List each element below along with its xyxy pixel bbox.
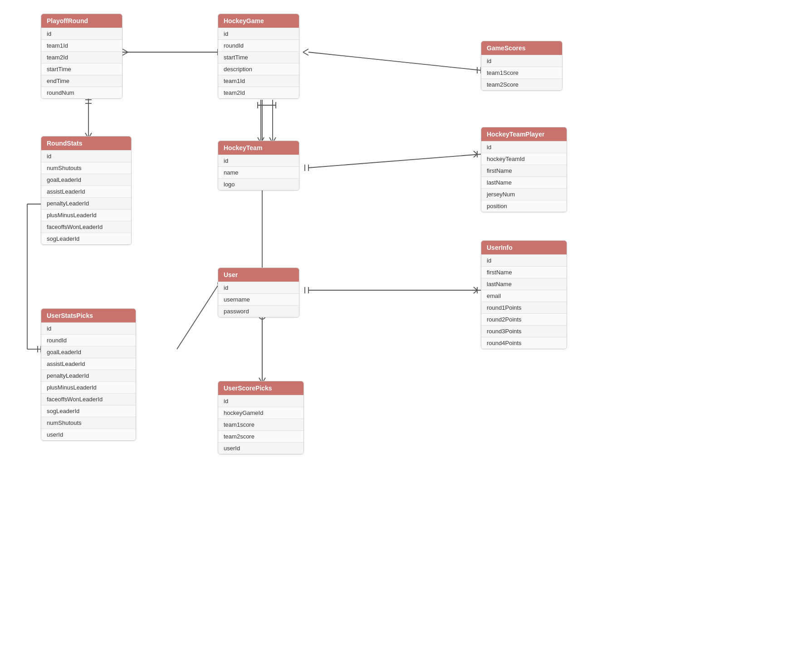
field-hockeygame-starttime: startTime — [218, 51, 299, 63]
entity-header-hockeyteam: HockeyTeam — [218, 141, 299, 155]
field-roundstats-penaltyleaderid: penaltyLeaderId — [41, 197, 131, 209]
entity-hockeyteamplayer: HockeyTeamPlayer id hockeyTeamId firstNa… — [481, 127, 567, 212]
field-userstatspicks-userid: userId — [41, 429, 136, 440]
field-userinfo-id: id — [481, 254, 567, 266]
field-hockeyteamplayer-firstname: firstName — [481, 165, 567, 176]
entity-gamescores: GameScores id team1Score team2Score — [481, 41, 562, 91]
svg-line-5 — [308, 52, 481, 70]
entity-userscorepicks: UserScorePicks id hockeyGameId team1scor… — [218, 381, 304, 454]
field-userinfo-round1points: round1Points — [481, 302, 567, 313]
field-gamescores-id: id — [481, 55, 562, 67]
entity-playoffround: PlayoffRound id team1Id team2Id startTim… — [41, 14, 122, 99]
field-playoffround-team2id: team2Id — [41, 51, 122, 63]
entity-header-user: User — [218, 268, 299, 282]
field-userstatspicks-assistleaderid: assistLeaderId — [41, 358, 136, 370]
field-hockeyteam-name: name — [218, 166, 299, 178]
entity-header-userstatspicks: UserStatsPicks — [41, 309, 136, 322]
field-user-password: password — [218, 305, 299, 317]
field-hockeyteamplayer-hockeyteamid: hockeyTeamId — [481, 153, 567, 165]
entity-hockeyteam: HockeyTeam id name logo — [218, 141, 299, 190]
field-hockeyteam-id: id — [218, 155, 299, 166]
entity-header-hockeyteamplayer: HockeyTeamPlayer — [481, 127, 567, 141]
entity-roundstats: RoundStats id numShutouts goalLeaderId a… — [41, 136, 132, 245]
field-playoffround-id: id — [41, 28, 122, 39]
entity-userinfo: UserInfo id firstName lastName email rou… — [481, 240, 567, 349]
entity-header-roundstats: RoundStats — [41, 136, 131, 150]
field-hockeyteamplayer-lastname: lastName — [481, 176, 567, 188]
diagram-container: PlayoffRound id team1Id team2Id startTim… — [0, 0, 802, 672]
field-userscorepicks-id: id — [218, 395, 303, 407]
field-userstatspicks-id: id — [41, 322, 136, 334]
field-userscorepicks-userid: userId — [218, 442, 303, 454]
field-playoffround-roundnum: roundNum — [41, 87, 122, 98]
entity-header-gamescores: GameScores — [481, 41, 562, 55]
field-userscorepicks-hockeygameid: hockeyGameId — [218, 407, 303, 419]
field-hockeyteam-logo: logo — [218, 178, 299, 190]
field-userscorepicks-team1score: team1score — [218, 419, 303, 430]
field-userstatspicks-roundid: roundId — [41, 334, 136, 346]
field-userstatspicks-goalleaderid: goalLeaderId — [41, 346, 136, 358]
field-user-id: id — [218, 282, 299, 293]
field-userinfo-lastname: lastName — [481, 278, 567, 290]
field-hockeygame-roundid: roundId — [218, 39, 299, 51]
field-gamescores-team1score: team1Score — [481, 67, 562, 78]
field-hockeygame-team2id: team2Id — [218, 87, 299, 98]
field-userstatspicks-faceoffswonleaderid: faceoffsWonLeaderId — [41, 393, 136, 405]
field-hockeygame-team1id: team1Id — [218, 75, 299, 87]
entity-header-userinfo: UserInfo — [481, 241, 567, 254]
svg-line-8 — [303, 49, 308, 52]
field-roundstats-numshutouts: numShutouts — [41, 162, 131, 174]
field-userinfo-email: email — [481, 290, 567, 302]
field-userinfo-round2points: round2Points — [481, 313, 567, 325]
entity-header-hockeygame: HockeyGame — [218, 14, 299, 28]
entity-userstatspicks: UserStatsPicks id roundId goalLeaderId a… — [41, 308, 136, 441]
field-gamescores-team2score: team2Score — [481, 78, 562, 90]
svg-line-1 — [122, 49, 128, 52]
field-userstatspicks-sogleaderid: sogLeaderId — [41, 405, 136, 417]
field-roundstats-id: id — [41, 150, 131, 162]
svg-line-29 — [474, 151, 477, 154]
field-roundstats-assistleaderid: assistLeaderId — [41, 185, 131, 197]
entity-header-playoffround: PlayoffRound — [41, 14, 122, 28]
entity-user: User id username password — [218, 268, 299, 317]
field-playoffround-starttime: startTime — [41, 63, 122, 75]
field-user-username: username — [218, 293, 299, 305]
svg-line-25 — [308, 154, 481, 168]
svg-line-37 — [177, 286, 218, 349]
field-userinfo-firstname: firstName — [481, 266, 567, 278]
field-userstatspicks-numshutouts: numShutouts — [41, 417, 136, 429]
field-userinfo-round3points: round3Points — [481, 325, 567, 337]
field-playoffround-team1id: team1Id — [41, 39, 122, 51]
field-roundstats-goalleaderid: goalLeaderId — [41, 174, 131, 185]
field-roundstats-plusminusleaderid: plusMinusLeaderId — [41, 209, 131, 221]
svg-line-36 — [474, 290, 477, 293]
field-hockeygame-description: description — [218, 63, 299, 75]
entity-header-userscorepicks: UserScorePicks — [218, 381, 303, 395]
svg-line-9 — [303, 52, 308, 55]
field-roundstats-sogleaderid: sogLeaderId — [41, 233, 131, 244]
field-userstatspicks-penaltyleaderid: penaltyLeaderId — [41, 370, 136, 381]
field-hockeyteamplayer-position: position — [481, 200, 567, 212]
field-hockeyteamplayer-id: id — [481, 141, 567, 153]
entity-hockeygame: HockeyGame id roundId startTime descript… — [218, 14, 299, 99]
field-hockeyteamplayer-jerseynum: jerseyNum — [481, 188, 567, 200]
svg-line-35 — [474, 287, 477, 290]
field-hockeygame-id: id — [218, 28, 299, 39]
field-roundstats-faceoffswonleaderid: faceoffsWonLeaderId — [41, 221, 131, 233]
svg-line-2 — [122, 52, 128, 55]
field-userstatspicks-plusminusleaderid: plusMinusLeaderId — [41, 381, 136, 393]
svg-line-30 — [474, 154, 477, 157]
field-userinfo-round4points: round4Points — [481, 337, 567, 349]
field-playoffround-endtime: endTime — [41, 75, 122, 87]
field-userscorepicks-team2score: team2score — [218, 430, 303, 442]
